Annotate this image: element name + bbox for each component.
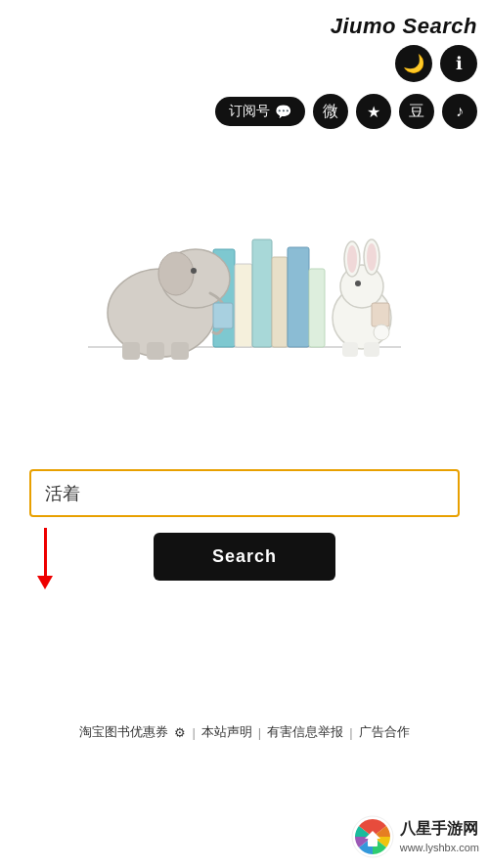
watermark: 八星手游网 www.lyshbx.com <box>351 815 479 858</box>
svg-rect-14 <box>213 303 233 328</box>
svg-rect-4 <box>272 257 288 347</box>
svg-point-19 <box>347 245 357 273</box>
ad-link[interactable]: 广告合作 <box>359 723 410 741</box>
illustration-svg <box>68 142 421 376</box>
svg-point-9 <box>158 252 194 295</box>
svg-rect-2 <box>235 264 252 347</box>
wechat-icon: 💬 <box>275 104 291 119</box>
star-icon[interactable]: ★ <box>356 94 391 129</box>
douban-icon[interactable]: 豆 <box>399 94 434 129</box>
footer-row1: 淘宝图书优惠券 ⚙ | 本站声明 | 有害信息举报 | 广告合作 <box>29 723 460 741</box>
taobao-link[interactable]: 淘宝图书优惠券 <box>79 723 168 741</box>
search-input[interactable] <box>29 469 460 517</box>
header: Jiumo Search 🌙 ℹ <box>331 14 477 82</box>
app-title: Jiumo Search <box>331 14 477 39</box>
search-button[interactable]: Search <box>154 533 335 581</box>
subscribe-label: 订阅号 <box>229 103 270 120</box>
footer: 淘宝图书优惠券 ⚙ | 本站声明 | 有害信息举报 | 广告合作 <box>29 723 460 741</box>
svg-point-10 <box>191 268 197 274</box>
illustration <box>68 142 421 376</box>
site-statement-link[interactable]: 本站声明 <box>201 723 252 741</box>
music-icon[interactable]: ♪ <box>442 94 477 129</box>
watermark-text: 八星手游网 www.lyshbx.com <box>400 818 479 855</box>
svg-point-21 <box>355 281 361 286</box>
watermark-logo-icon <box>351 815 394 858</box>
svg-rect-11 <box>122 342 140 360</box>
info-icon[interactable]: ℹ <box>440 45 477 82</box>
svg-rect-5 <box>288 247 309 347</box>
taobao-icon: ⚙ <box>174 725 186 740</box>
header-icons: 🌙 ℹ <box>331 45 477 82</box>
subscribe-button[interactable]: 订阅号 💬 <box>215 97 305 126</box>
report-link[interactable]: 有害信息举报 <box>267 723 343 741</box>
night-mode-icon[interactable]: 🌙 <box>395 45 432 82</box>
svg-point-23 <box>374 325 389 340</box>
svg-rect-25 <box>364 342 379 357</box>
svg-rect-6 <box>309 269 325 347</box>
weibo-icon[interactable]: 微 <box>313 94 348 129</box>
svg-rect-27 <box>368 839 378 846</box>
svg-rect-12 <box>147 342 164 360</box>
search-area: Search <box>29 469 460 581</box>
svg-rect-3 <box>252 239 272 347</box>
svg-point-20 <box>367 243 377 271</box>
social-row: 订阅号 💬 微 ★ 豆 ♪ <box>215 94 477 129</box>
svg-rect-13 <box>171 342 189 360</box>
svg-rect-22 <box>372 303 389 326</box>
svg-rect-24 <box>342 342 358 357</box>
